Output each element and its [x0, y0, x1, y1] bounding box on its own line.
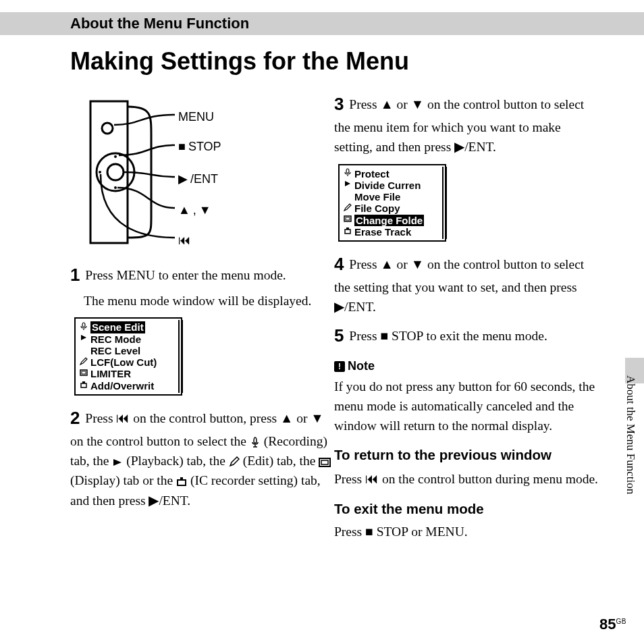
- lcd1-edge: [182, 320, 183, 393]
- play-icon: [149, 493, 159, 508]
- step-5: 5 Press STOP to exit the menu mode.: [334, 323, 601, 349]
- playback-icon: [112, 458, 123, 467]
- step-2: 2 Press on the control button, press or …: [70, 405, 332, 510]
- step-2-frag: on the control button to select the: [70, 434, 250, 448]
- step-number-3: 3: [334, 94, 344, 114]
- step-3-frag: or: [397, 97, 411, 111]
- lcd-row-text: Move File: [354, 191, 400, 203]
- step-2-frag: /ENT.: [159, 493, 190, 508]
- step-2-frag: (Playback) tab, the: [126, 454, 229, 468]
- step-2-frag: (Edit) tab, the: [243, 454, 319, 468]
- step-4: 4 Press or on the control button to sele…: [334, 251, 601, 317]
- return-body: Press on the control button during menu …: [334, 468, 601, 489]
- down-icon: [411, 97, 424, 111]
- mic-icon: [342, 168, 353, 179]
- page-title: Making Settings for the Menu: [70, 47, 409, 76]
- step-number-5: 5: [334, 325, 344, 346]
- note-icon: !: [334, 361, 345, 372]
- lcd-row: Divide Curren: [342, 180, 442, 191]
- step-3-frag: Press: [349, 97, 380, 111]
- diagram-label-stop: STOP: [178, 138, 221, 156]
- subheading-return: To return to the previous window: [334, 445, 601, 466]
- subheading-exit: To exit the menu mode: [334, 499, 601, 520]
- side-section-label: About the Menu Function: [624, 375, 637, 494]
- stop-icon: [365, 524, 373, 539]
- svg-rect-20: [346, 227, 349, 230]
- lcd-row: REC Level: [78, 345, 178, 356]
- svg-rect-8: [82, 371, 86, 374]
- step-2-frag: Press: [85, 411, 116, 425]
- lcd-row: REC Mode: [78, 333, 178, 345]
- prev-track-icon: [116, 410, 130, 425]
- page-number: 85GB: [599, 616, 626, 633]
- lcd-row: Change Folde: [342, 215, 442, 226]
- lcd-row: Scene Edit: [78, 321, 178, 333]
- lcd-row: Protect: [342, 168, 442, 180]
- note-heading: !Note: [334, 357, 601, 375]
- up-icon: [280, 410, 293, 425]
- svg-marker-16: [345, 181, 350, 186]
- step-2-frag: on the control button, press: [133, 411, 280, 425]
- lcd2-edge: [446, 167, 447, 240]
- exit-body: Press STOP or MENU.: [334, 522, 601, 541]
- step-number-2: 2: [70, 408, 80, 428]
- mic-icon: [78, 322, 89, 333]
- play-icon: [342, 180, 353, 190]
- lcd-row: LCF(Low Cut): [78, 356, 178, 368]
- up-icon: [380, 97, 393, 111]
- diagram-label-updown: ,: [178, 201, 211, 219]
- lcd-row-text: LCF(Low Cut): [90, 356, 157, 368]
- svg-marker-11: [113, 459, 122, 466]
- down-icon: [411, 257, 424, 271]
- diagram-label-prev: [178, 231, 191, 250]
- diagram-label-menu: MENU: [178, 108, 214, 126]
- set-icon: [342, 226, 353, 237]
- svg-marker-6: [81, 335, 86, 340]
- play-icon: [334, 299, 344, 314]
- disp-icon: [78, 369, 89, 379]
- lcd-screenshot-1: Scene EditREC ModeREC LevelLCF(Low Cut)L…: [74, 317, 182, 396]
- manual-page: About the Menu Function Making Settings …: [0, 0, 644, 644]
- right-column: 3 Press or on the control button to sele…: [334, 91, 601, 549]
- step-1-text-b: The menu mode window will be displayed.: [84, 291, 332, 311]
- svg-point-3: [114, 155, 117, 158]
- device-diagram: MENU STOP /ENT ,: [84, 95, 306, 250]
- step-3: 3 Press or on the control button to sele…: [334, 91, 601, 157]
- svg-rect-9: [81, 383, 86, 387]
- step-3-frag: /ENT.: [464, 140, 496, 154]
- lcd-row-text: LIMITER: [90, 368, 131, 379]
- lcd2-rows: ProtectDivide CurrenMove FileFile CopyCh…: [341, 167, 444, 240]
- svg-rect-14: [178, 480, 186, 485]
- stop-icon: [380, 328, 388, 343]
- svg-rect-10: [82, 381, 85, 383]
- set-icon: [78, 380, 89, 391]
- lcd-row-text: Change Folde: [354, 215, 424, 226]
- lcd-row-text: REC Mode: [90, 333, 141, 345]
- svg-rect-18: [346, 217, 350, 220]
- step-2-frag: (Display) tab or the: [70, 473, 176, 487]
- lcd-row-text: Erase Track: [354, 226, 411, 238]
- edit-icon: [342, 203, 353, 214]
- up-icon: [178, 201, 190, 219]
- lcd-row-text: Scene Edit: [90, 321, 145, 333]
- prev-track-icon: [178, 231, 191, 250]
- disp-icon: [342, 215, 353, 225]
- lcd-row-text: File Copy: [354, 203, 400, 214]
- left-column: MENU STOP /ENT , 1 Press MENU to enter: [70, 91, 332, 516]
- play-icon: [454, 139, 464, 154]
- svg-rect-19: [345, 230, 350, 234]
- lcd-row-text: REC Level: [90, 345, 140, 356]
- svg-rect-15: [180, 477, 183, 480]
- lcd-row: LIMITER: [78, 368, 178, 379]
- lcd-row: Erase Track: [342, 226, 442, 238]
- step-number-1: 1: [70, 265, 80, 285]
- diagram-label-ent: /ENT: [178, 170, 218, 188]
- step-4-frag: or: [397, 257, 411, 271]
- step-1-text-a: Press MENU to enter the menu mode.: [85, 268, 286, 282]
- lcd-row: Move File: [342, 191, 442, 203]
- lcd-row: File Copy: [342, 203, 442, 214]
- down-icon: [311, 410, 323, 425]
- settings-icon: [176, 476, 187, 487]
- step-5-frag: STOP to exit the menu mode.: [392, 329, 547, 343]
- lcd-row: Add/Overwrit: [78, 380, 178, 392]
